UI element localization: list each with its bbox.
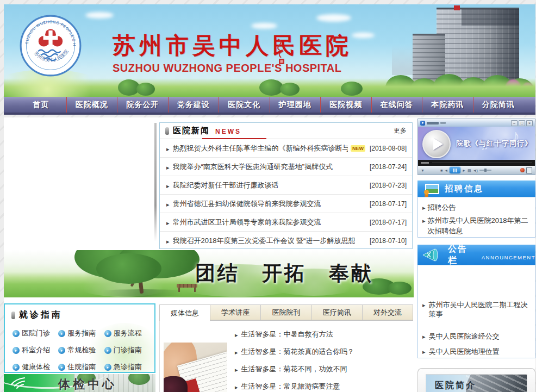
- guide-item[interactable]: 门诊指南: [104, 345, 150, 355]
- announcement-item-label: 苏州市吴中人民医院二期工程决策事: [429, 300, 533, 319]
- next-icon[interactable]: ►: [462, 169, 466, 172]
- header-grass: [4, 78, 535, 97]
- guide-item-label: 住院指南: [67, 362, 96, 372]
- bullet-arrow-icon: [422, 300, 429, 310]
- tab-media-info[interactable]: 媒体信息: [159, 304, 210, 321]
- media-item[interactable]: 生活智多星：菊花茶真的适合你吗？: [235, 343, 410, 360]
- news-more-link[interactable]: 更多: [394, 126, 407, 135]
- previous-icon[interactable]: ◄: [444, 169, 448, 172]
- nav-item-pharmacy[interactable]: 本院药讯: [422, 97, 473, 113]
- nav-item-nursing[interactable]: 护理园地: [270, 97, 321, 113]
- guide-item[interactable]: 科室介绍: [13, 345, 58, 355]
- checkup-bird-logo: [8, 376, 27, 391]
- close-icon[interactable]: [526, 120, 533, 126]
- checkup-title: 体检中心: [58, 376, 117, 392]
- player-caption: 院歌《与红十字同行》: [456, 139, 532, 148]
- news-header: 医院新闻 NEWS 更多: [160, 123, 412, 139]
- bullet-arrow-icon: [422, 347, 429, 357]
- circle-arrow-icon: [58, 347, 65, 354]
- player-version-text: [440, 122, 446, 124]
- player-seekbar[interactable]: [418, 160, 535, 166]
- news-item-date: [2018-07-17]: [365, 200, 407, 208]
- cloud: [85, 12, 114, 18]
- video-player: ♪ ♫ 院歌《与红十字同行》 ▼ ■ ◄ ► ▤ ◄): [417, 119, 535, 175]
- checkup-center-banner[interactable]: 体检中心: [4, 374, 155, 392]
- recruitment-list: 招聘公告 苏州市吴中人民医院2018年第二次招聘信息: [417, 197, 535, 238]
- nav-item-party[interactable]: 党务建设: [168, 97, 219, 113]
- nav-item-public[interactable]: 院务公开: [117, 97, 168, 113]
- recruitment-item[interactable]: 苏州市吴中人民医院2018年第二次招聘信息: [422, 215, 531, 236]
- guide-item[interactable]: 急诊指南: [104, 362, 150, 372]
- slogan-banner: 团结 开拓 奉献: [4, 250, 414, 297]
- announcement-item[interactable]: 吴中人民医院地理位置: [422, 347, 533, 357]
- circle-arrow-icon: [104, 364, 111, 371]
- settings-toggle[interactable]: [526, 167, 532, 173]
- play-button[interactable]: [422, 130, 451, 158]
- media-item[interactable]: 生活智多星：中暑自救有方法: [235, 326, 410, 343]
- player-titlebar: [418, 119, 535, 127]
- news-item[interactable]: 我院举办“南京医科大学医患沟通研究基地”揭牌仪式 [2018-07-24]: [160, 158, 412, 176]
- volume-slider[interactable]: [479, 170, 491, 171]
- banner-slogan: 团结 开拓 奉献: [195, 260, 373, 287]
- tab-medical-brief[interactable]: 医疗简讯: [312, 304, 363, 320]
- nav-item-culture[interactable]: 医院文化: [219, 97, 270, 113]
- news-item[interactable]: 常州市武进区卫计局领导专家前来我院参观交流 [2018-07-17]: [160, 213, 412, 232]
- circle-arrow-icon: [13, 347, 20, 354]
- bullet-arrow-icon: [166, 236, 173, 246]
- circle-arrow-icon: [58, 330, 65, 337]
- guide-grid: 医院门诊 服务指南 服务流程 科室介绍 常规检验 门诊指南 健康体检 住院指南 …: [13, 328, 150, 372]
- guide-item[interactable]: 服务指南: [58, 328, 104, 338]
- guide-title: 就诊指南: [19, 309, 63, 321]
- nav-item-overview[interactable]: 医院概况: [66, 97, 117, 113]
- guide-item[interactable]: 医院门诊: [13, 328, 58, 338]
- news-item-date: [2018-07-10]: [365, 237, 407, 245]
- record-button[interactable]: [520, 168, 525, 172]
- tab-lectures[interactable]: 学术讲座: [210, 304, 261, 320]
- media-item[interactable]: 生活智多星：常见旅游病要注意: [235, 378, 410, 392]
- recruitment-item-label: 招聘公告: [428, 202, 456, 213]
- site-title-block: 苏州市吴中人民医院 SUZHOU WUZHONG PEOPLE'S HOSPIT…: [113, 30, 341, 74]
- minimize-icon[interactable]: [511, 120, 518, 126]
- nav-item-video[interactable]: 医院视频: [320, 97, 371, 113]
- volume-icon[interactable]: ◄): [473, 169, 478, 172]
- guide-item[interactable]: 健康体检: [13, 362, 58, 372]
- news-item[interactable]: 我院召开2018年度第三次党委工作会议 暨“进一步解放思想 [2018-07-1…: [160, 232, 412, 250]
- playlist-dropdown-icon[interactable]: ▼: [421, 169, 425, 172]
- guide-item-label: 科室介绍: [22, 345, 50, 355]
- recruitment-item[interactable]: 招聘公告: [422, 202, 531, 213]
- circle-arrow-icon: [13, 364, 20, 371]
- playlist-icon[interactable]: ▤: [468, 169, 471, 172]
- guide-item[interactable]: 服务流程: [104, 328, 150, 338]
- announcement-item[interactable]: 苏州市吴中人民医院二期工程决策事: [422, 300, 533, 319]
- site-header: SUZHOU WUZHONG PEOPLE'S HOSPITAL 苏州市吴中人民…: [4, 4, 535, 97]
- small-tree: [388, 282, 412, 295]
- page: SUZHOU WUZHONG PEOPLE'S HOSPITAL 苏州市吴中人民…: [0, 0, 536, 392]
- hospital-intro-card[interactable]: 医院简介: [417, 368, 535, 392]
- news-item[interactable]: 热烈祝贺大外科主任陈革华主编的《新编外科疾病诊断与治 NEW [2018-08-…: [160, 139, 412, 158]
- building-logo-sign: [454, 5, 460, 10]
- announcement-item-label: 吴中人民医院地理位置: [429, 347, 500, 356]
- guide-item[interactable]: 住院指南: [58, 362, 104, 372]
- bullet-arrow-icon: [166, 162, 173, 172]
- guide-item[interactable]: 常规检验: [58, 345, 104, 355]
- announcement-item[interactable]: 吴中人民医院途经公交: [422, 332, 533, 341]
- megaphone-icon: [422, 247, 442, 263]
- nav-item-qa[interactable]: 在线问答: [371, 97, 422, 113]
- nav-item-branch[interactable]: 分院简讯: [473, 97, 524, 113]
- left-column-divider: [154, 123, 157, 241]
- maximize-icon[interactable]: [519, 120, 525, 126]
- news-item[interactable]: 贵州省德江县妇幼保健院领导前来我院参观交流 [2018-07-17]: [160, 195, 412, 213]
- tab-journal[interactable]: 医院院刊: [261, 304, 311, 320]
- pause-button[interactable]: [450, 167, 460, 173]
- recruitment-header: 招聘信息: [417, 181, 535, 197]
- bush: [341, 82, 363, 96]
- tab-exchange[interactable]: 对外交流: [363, 304, 413, 320]
- news-item[interactable]: 我院纪委对新任干部进行廉政谈话 [2018-07-23]: [160, 176, 412, 195]
- bullet-arrow-icon: [235, 365, 241, 374]
- news-item-title: 我院纪委对新任干部进行廉政谈话: [173, 181, 279, 190]
- stop-icon[interactable]: ■: [440, 169, 442, 172]
- media-item[interactable]: 生活智多星：菊花不同，功效不同: [235, 360, 410, 378]
- news-section: 医院新闻 NEWS 更多 热烈祝贺大外科主任陈革华主编的《新编外科疾病诊断与治 …: [159, 122, 413, 249]
- nav-item-home[interactable]: 首页: [16, 97, 66, 113]
- bullet-arrow-icon: [422, 215, 428, 226]
